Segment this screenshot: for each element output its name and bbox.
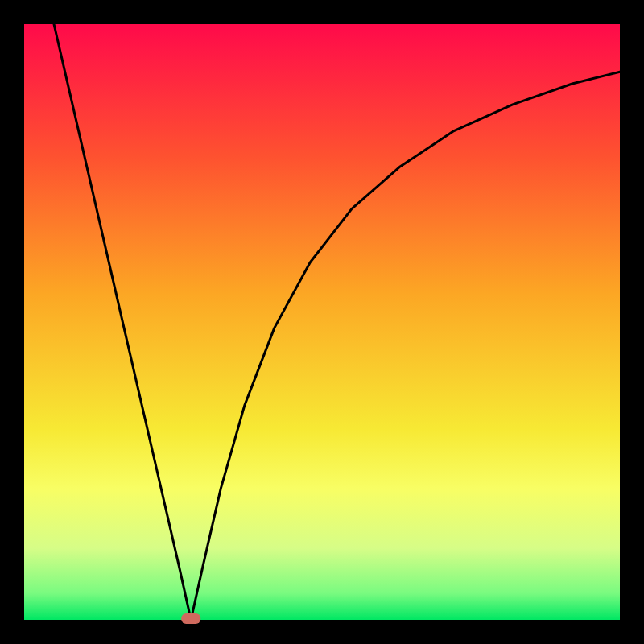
chart-frame: TheBottleneck.com <box>0 0 644 644</box>
optimal-marker <box>181 613 200 624</box>
plot-background <box>24 24 620 620</box>
bottleneck-chart <box>0 0 644 644</box>
